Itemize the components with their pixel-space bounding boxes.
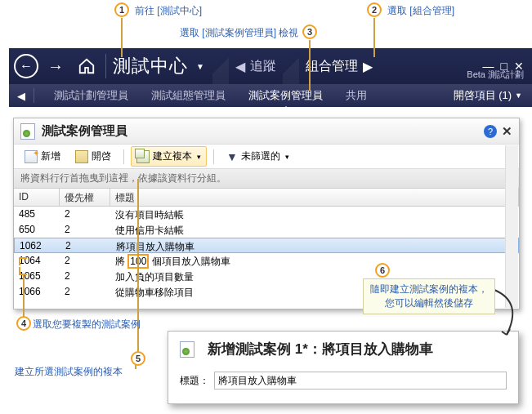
subnav-share[interactable]: 共用 [334,88,378,103]
callout-line [121,18,123,57]
chevron-down-icon: ▾ [197,153,201,161]
scrollbar[interactable] [505,145,518,308]
table-row[interactable]: 6502使用信用卡結帳 [14,222,519,238]
app-bar: ← → 測試中心 ▼ ◀追蹤 組合管理▶ ― □ ✕ Beta 測試計劃 [9,48,532,84]
panel-title: 測試案例管理員 [42,123,127,139]
help-icon[interactable]: ? [484,125,497,138]
callout-line [373,18,375,57]
cell-title: 將項目放入購物車 [111,238,518,252]
table-row[interactable]: 10642將 100 個項目放入購物車 [14,253,519,269]
new-button[interactable]: 新增 [19,146,66,167]
callout-label-4: 選取您要複製的測試案例 [33,318,141,332]
col-title[interactable]: 標題 [110,189,519,206]
group-by-hint[interactable]: 將資料行行首拖曳到這裡，依據該資料行分組。 [14,169,519,189]
tab-track[interactable]: ◀追蹤 [221,48,291,84]
table-row[interactable]: 4852沒有項目時結帳 [14,207,519,222]
callout-label-3: 選取 [測試案例管理員] 檢視 [180,26,298,40]
plan-name[interactable]: Beta 測試計劃 [467,69,524,81]
sub-nav: ◀ 測試計劃管理員 測試組態管理員 測試案例管理員 共用 開啓項目 (1)▼ [9,84,532,107]
cell-priority: 2 [60,238,111,252]
panel-close-icon[interactable]: ✕ [502,124,512,139]
cell-id: 1062 [15,238,60,252]
cell-id: 1066 [14,284,60,300]
table-row[interactable]: 10622將項目放入購物車 [14,238,519,253]
title-field-label: 標題： [180,374,209,388]
cell-priority: 2 [60,284,110,300]
cell-id: 650 [14,222,60,238]
callout-label-2: 選取 [組合管理] [387,4,454,18]
home-button[interactable] [74,54,99,78]
highlight-corner [19,257,27,265]
callout-badge-4: 4 [16,316,31,331]
callout-label-6: 隨即建立測試案例的複本，您可以編輯然後儲存 [363,278,495,314]
cell-priority: 2 [60,207,110,222]
chevron-down-icon: ▾ [285,153,289,161]
cell-title: 使用信用卡結帳 [110,222,519,238]
col-priority[interactable]: 優先權 [60,189,110,206]
callout-badge-2: 2 [367,2,382,17]
callout-label-1: 前往 [測試中心] [135,4,202,18]
callout-badge-3: 3 [302,24,317,39]
callout-line [23,274,25,317]
hub-dropdown-icon[interactable]: ▼ [196,62,204,71]
copy-icon [136,150,150,163]
test-case-icon [180,341,194,358]
cell-title: 沒有項目時結帳 [110,207,519,222]
dialog-title-row: 新增測試案例 1*：將項目放入購物車 [180,340,507,358]
callout-label-5: 建立所選測試案例的複本 [15,365,123,379]
divider [105,54,106,78]
subnav-config-manager[interactable]: 測試組態管理員 [140,88,237,103]
title-input[interactable] [214,372,507,390]
hub-tabs: ◀追蹤 組合管理▶ [221,48,387,84]
create-copy-button[interactable]: 建立複本▾ [131,146,207,167]
subnav-prev-icon[interactable]: ◀ [17,90,25,102]
callout-badge-5: 5 [131,351,145,366]
callout-badge-6: 6 [375,263,390,278]
panel-header: 測試案例管理員 ? ✕ [14,118,519,145]
test-case-icon [20,123,35,140]
col-id[interactable]: ID [14,189,60,206]
grid-header: ID 優先權 標題 [14,189,519,207]
cell-id: 485 [14,207,60,222]
hub-title[interactable]: 測試中心 [113,54,188,78]
home-icon [78,57,96,75]
new-icon [25,150,38,163]
open-button[interactable]: 開啓 [69,146,117,167]
cell-priority: 2 [60,253,110,269]
open-icon [75,150,88,163]
forward-button[interactable]: → [43,54,68,78]
filter-button[interactable]: ▼未篩選的▾ [221,146,295,167]
filter-icon: ▼ [226,150,238,163]
dialog-title: 新增測試案例 1*：將項目放入購物車 [208,340,433,358]
toolbar: 新增 開啓 建立複本▾ ▼未篩選的▾ [14,145,519,169]
callout-line [309,40,311,91]
new-test-case-dialog: 新增測試案例 1*：將項目放入購物車 標題： [168,331,519,404]
subnav-case-manager[interactable]: 測試案例管理員 [237,88,334,103]
cell-priority: 2 [60,269,110,284]
subnav-plan-manager[interactable]: 測試計劃管理員 [42,88,140,103]
cell-priority: 2 [60,222,110,238]
back-button[interactable]: ← [14,54,38,78]
open-items[interactable]: 開啓項目 (1)▼ [454,88,522,103]
cell-title: 將 100 個項目放入購物車 [110,253,519,269]
callout-badge-1: 1 [114,2,129,17]
